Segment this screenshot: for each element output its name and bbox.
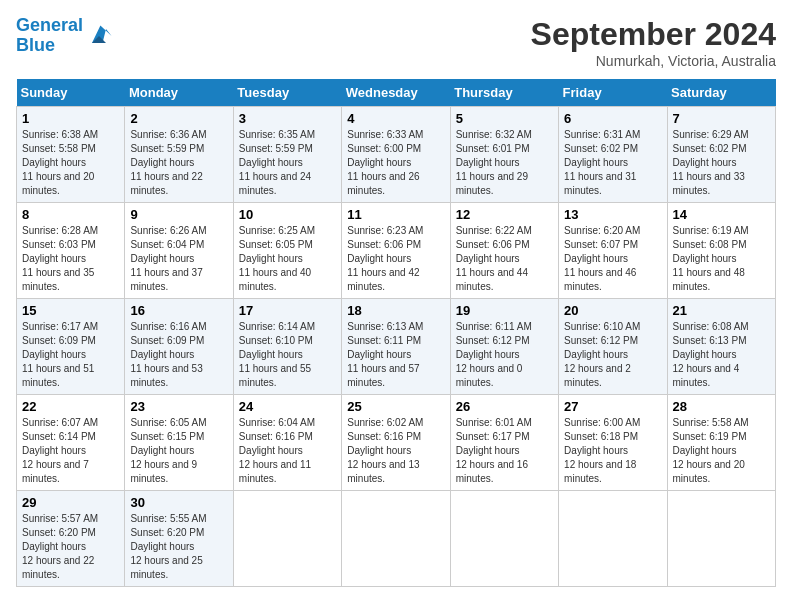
location: Numurkah, Victoria, Australia xyxy=(531,53,776,69)
day-number: 19 xyxy=(456,303,553,318)
day-number: 1 xyxy=(22,111,119,126)
page-header: GeneralBlue September 2024 Numurkah, Vic… xyxy=(16,16,776,69)
day-info: Sunrise: 6:00 AMSunset: 6:18 PMDaylight … xyxy=(564,416,661,486)
logo-text: GeneralBlue xyxy=(16,16,83,56)
day-number: 25 xyxy=(347,399,444,414)
calendar-cell: 10Sunrise: 6:25 AMSunset: 6:05 PMDayligh… xyxy=(233,203,341,299)
day-info: Sunrise: 5:57 AMSunset: 6:20 PMDaylight … xyxy=(22,512,119,582)
day-info: Sunrise: 6:04 AMSunset: 6:16 PMDaylight … xyxy=(239,416,336,486)
day-number: 13 xyxy=(564,207,661,222)
calendar-cell xyxy=(559,491,667,587)
calendar-cell xyxy=(342,491,450,587)
calendar-cell: 6Sunrise: 6:31 AMSunset: 6:02 PMDaylight… xyxy=(559,107,667,203)
header-wednesday: Wednesday xyxy=(342,79,450,107)
day-info: Sunrise: 6:10 AMSunset: 6:12 PMDaylight … xyxy=(564,320,661,390)
calendar-cell: 18Sunrise: 6:13 AMSunset: 6:11 PMDayligh… xyxy=(342,299,450,395)
calendar-cell: 25Sunrise: 6:02 AMSunset: 6:16 PMDayligh… xyxy=(342,395,450,491)
day-number: 18 xyxy=(347,303,444,318)
header-tuesday: Tuesday xyxy=(233,79,341,107)
day-number: 16 xyxy=(130,303,227,318)
day-number: 12 xyxy=(456,207,553,222)
calendar-cell: 23Sunrise: 6:05 AMSunset: 6:15 PMDayligh… xyxy=(125,395,233,491)
day-number: 7 xyxy=(673,111,770,126)
calendar-week-5: 29Sunrise: 5:57 AMSunset: 6:20 PMDayligh… xyxy=(17,491,776,587)
calendar-cell: 13Sunrise: 6:20 AMSunset: 6:07 PMDayligh… xyxy=(559,203,667,299)
day-number: 28 xyxy=(673,399,770,414)
day-number: 17 xyxy=(239,303,336,318)
day-info: Sunrise: 6:05 AMSunset: 6:15 PMDaylight … xyxy=(130,416,227,486)
day-info: Sunrise: 6:01 AMSunset: 6:17 PMDaylight … xyxy=(456,416,553,486)
calendar-cell: 12Sunrise: 6:22 AMSunset: 6:06 PMDayligh… xyxy=(450,203,558,299)
day-number: 2 xyxy=(130,111,227,126)
day-number: 6 xyxy=(564,111,661,126)
calendar-week-3: 15Sunrise: 6:17 AMSunset: 6:09 PMDayligh… xyxy=(17,299,776,395)
day-info: Sunrise: 6:02 AMSunset: 6:16 PMDaylight … xyxy=(347,416,444,486)
calendar-cell: 17Sunrise: 6:14 AMSunset: 6:10 PMDayligh… xyxy=(233,299,341,395)
title-block: September 2024 Numurkah, Victoria, Austr… xyxy=(531,16,776,69)
day-info: Sunrise: 6:14 AMSunset: 6:10 PMDaylight … xyxy=(239,320,336,390)
calendar-cell: 4Sunrise: 6:33 AMSunset: 6:00 PMDaylight… xyxy=(342,107,450,203)
day-info: Sunrise: 6:25 AMSunset: 6:05 PMDaylight … xyxy=(239,224,336,294)
calendar-cell xyxy=(450,491,558,587)
calendar-cell: 15Sunrise: 6:17 AMSunset: 6:09 PMDayligh… xyxy=(17,299,125,395)
day-number: 26 xyxy=(456,399,553,414)
calendar-header-row: SundayMondayTuesdayWednesdayThursdayFrid… xyxy=(17,79,776,107)
day-info: Sunrise: 6:07 AMSunset: 6:14 PMDaylight … xyxy=(22,416,119,486)
calendar-cell: 26Sunrise: 6:01 AMSunset: 6:17 PMDayligh… xyxy=(450,395,558,491)
calendar-cell xyxy=(233,491,341,587)
header-thursday: Thursday xyxy=(450,79,558,107)
calendar-cell: 8Sunrise: 6:28 AMSunset: 6:03 PMDaylight… xyxy=(17,203,125,299)
calendar-cell: 1Sunrise: 6:38 AMSunset: 5:58 PMDaylight… xyxy=(17,107,125,203)
header-monday: Monday xyxy=(125,79,233,107)
day-info: Sunrise: 6:35 AMSunset: 5:59 PMDaylight … xyxy=(239,128,336,198)
day-number: 4 xyxy=(347,111,444,126)
calendar-cell: 22Sunrise: 6:07 AMSunset: 6:14 PMDayligh… xyxy=(17,395,125,491)
calendar-cell xyxy=(667,491,775,587)
day-number: 24 xyxy=(239,399,336,414)
day-info: Sunrise: 5:58 AMSunset: 6:19 PMDaylight … xyxy=(673,416,770,486)
day-info: Sunrise: 6:13 AMSunset: 6:11 PMDaylight … xyxy=(347,320,444,390)
header-saturday: Saturday xyxy=(667,79,775,107)
day-info: Sunrise: 6:23 AMSunset: 6:06 PMDaylight … xyxy=(347,224,444,294)
day-number: 15 xyxy=(22,303,119,318)
day-number: 11 xyxy=(347,207,444,222)
calendar-cell: 29Sunrise: 5:57 AMSunset: 6:20 PMDayligh… xyxy=(17,491,125,587)
calendar-cell: 16Sunrise: 6:16 AMSunset: 6:09 PMDayligh… xyxy=(125,299,233,395)
day-info: Sunrise: 6:16 AMSunset: 6:09 PMDaylight … xyxy=(130,320,227,390)
day-number: 9 xyxy=(130,207,227,222)
day-number: 20 xyxy=(564,303,661,318)
day-info: Sunrise: 6:08 AMSunset: 6:13 PMDaylight … xyxy=(673,320,770,390)
logo: GeneralBlue xyxy=(16,16,113,56)
calendar-cell: 21Sunrise: 6:08 AMSunset: 6:13 PMDayligh… xyxy=(667,299,775,395)
day-number: 30 xyxy=(130,495,227,510)
header-sunday: Sunday xyxy=(17,79,125,107)
day-number: 27 xyxy=(564,399,661,414)
calendar-cell: 20Sunrise: 6:10 AMSunset: 6:12 PMDayligh… xyxy=(559,299,667,395)
day-number: 23 xyxy=(130,399,227,414)
calendar-cell: 27Sunrise: 6:00 AMSunset: 6:18 PMDayligh… xyxy=(559,395,667,491)
calendar-cell: 19Sunrise: 6:11 AMSunset: 6:12 PMDayligh… xyxy=(450,299,558,395)
day-info: Sunrise: 6:19 AMSunset: 6:08 PMDaylight … xyxy=(673,224,770,294)
day-info: Sunrise: 6:11 AMSunset: 6:12 PMDaylight … xyxy=(456,320,553,390)
calendar-cell: 7Sunrise: 6:29 AMSunset: 6:02 PMDaylight… xyxy=(667,107,775,203)
calendar-table: SundayMondayTuesdayWednesdayThursdayFrid… xyxy=(16,79,776,587)
calendar-cell: 11Sunrise: 6:23 AMSunset: 6:06 PMDayligh… xyxy=(342,203,450,299)
calendar-week-2: 8Sunrise: 6:28 AMSunset: 6:03 PMDaylight… xyxy=(17,203,776,299)
day-number: 10 xyxy=(239,207,336,222)
logo-icon xyxy=(85,22,113,50)
day-info: Sunrise: 6:29 AMSunset: 6:02 PMDaylight … xyxy=(673,128,770,198)
calendar-cell: 9Sunrise: 6:26 AMSunset: 6:04 PMDaylight… xyxy=(125,203,233,299)
day-number: 5 xyxy=(456,111,553,126)
day-info: Sunrise: 6:20 AMSunset: 6:07 PMDaylight … xyxy=(564,224,661,294)
day-number: 3 xyxy=(239,111,336,126)
calendar-cell: 30Sunrise: 5:55 AMSunset: 6:20 PMDayligh… xyxy=(125,491,233,587)
day-number: 29 xyxy=(22,495,119,510)
calendar-week-1: 1Sunrise: 6:38 AMSunset: 5:58 PMDaylight… xyxy=(17,107,776,203)
day-info: Sunrise: 6:26 AMSunset: 6:04 PMDaylight … xyxy=(130,224,227,294)
calendar-cell: 24Sunrise: 6:04 AMSunset: 6:16 PMDayligh… xyxy=(233,395,341,491)
day-info: Sunrise: 6:17 AMSunset: 6:09 PMDaylight … xyxy=(22,320,119,390)
day-info: Sunrise: 6:33 AMSunset: 6:00 PMDaylight … xyxy=(347,128,444,198)
day-info: Sunrise: 6:31 AMSunset: 6:02 PMDaylight … xyxy=(564,128,661,198)
day-number: 21 xyxy=(673,303,770,318)
day-info: Sunrise: 6:38 AMSunset: 5:58 PMDaylight … xyxy=(22,128,119,198)
